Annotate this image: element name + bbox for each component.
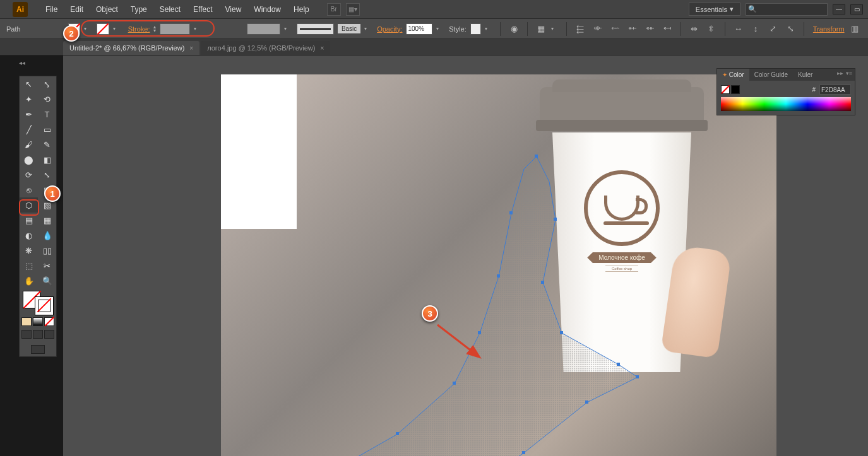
selected-path[interactable] (284, 131, 726, 456)
transform-label[interactable]: Transform (813, 25, 845, 33)
brush-definition[interactable] (297, 23, 334, 35)
panel-stroke-swatch[interactable] (731, 85, 740, 94)
align-vcenter-icon[interactable]: ⬵ (643, 22, 657, 36)
line-tool[interactable]: ╱ (20, 122, 38, 137)
panel-menu-icon[interactable]: ▾≡ (846, 70, 852, 79)
brush-dropdown[interactable]: ▾ (364, 26, 371, 32)
mesh-tool[interactable]: ▦ (38, 213, 56, 228)
artboard-tool[interactable]: ⬚ (20, 258, 38, 273)
hex-input[interactable] (819, 85, 851, 95)
transform-x-icon[interactable]: ↔ (732, 22, 746, 36)
draw-behind-btn[interactable] (33, 330, 43, 339)
panel-fill-swatch[interactable] (721, 85, 730, 94)
perspective-tool[interactable]: ▤ (20, 213, 38, 228)
magic-wand-tool[interactable]: ✦ (20, 91, 38, 107)
recolor-icon[interactable]: ◉ (507, 22, 521, 36)
direct-selection-tool[interactable]: ⤣ (38, 76, 56, 91)
minimize-button[interactable]: — (833, 4, 845, 15)
align-bottom-icon[interactable]: ⬶ (660, 22, 674, 36)
transform-y-icon[interactable]: ↕ (749, 22, 763, 36)
variable-width-profile[interactable] (247, 23, 280, 35)
shape-builder-tool[interactable]: ⬡ (20, 197, 38, 213)
rectangle-tool[interactable]: ▭ (38, 122, 56, 137)
menu-window[interactable]: Window (247, 5, 287, 14)
blob-brush-tool[interactable]: ⬤ (20, 152, 38, 167)
color-spectrum[interactable] (721, 97, 851, 111)
search-input[interactable] (746, 3, 828, 16)
stroke-weight-field[interactable] (160, 23, 189, 35)
document-tab-active[interactable]: Untitled-2* @ 66,67% (RGB/Preview) × (63, 41, 199, 55)
panel-expand-icon[interactable]: ▸▸ (837, 70, 843, 79)
fill-dropdown[interactable]: ▾ (84, 26, 90, 32)
selection-tool[interactable]: ↖ (20, 76, 38, 91)
vwp-dropdown[interactable]: ▾ (284, 26, 290, 32)
stroke-stepper[interactable]: ▴▾ (153, 25, 156, 33)
transform-h-icon[interactable]: ⤡ (783, 22, 797, 36)
stroke-label[interactable]: Stroke: (128, 25, 150, 33)
stroke-swatch[interactable] (97, 23, 109, 35)
type-tool[interactable]: T (38, 107, 56, 122)
graphic-style[interactable] (470, 23, 482, 35)
arrange-documents-button[interactable]: ▦▾ (346, 3, 360, 16)
align-left-icon[interactable]: ⬱ (573, 22, 587, 36)
eyedropper-tool[interactable]: 💧 (38, 228, 56, 243)
align-drop[interactable]: ▾ (551, 26, 557, 32)
menu-help[interactable]: Help (287, 5, 316, 14)
screen-mode-btn[interactable] (31, 345, 45, 354)
opacity-label[interactable]: Opacity: (377, 25, 402, 33)
stroke-color[interactable] (35, 297, 53, 315)
workspace-switcher[interactable]: Essentials▾ (689, 3, 740, 16)
align-top-icon[interactable]: ⬴ (626, 22, 639, 36)
menu-select[interactable]: Select (153, 5, 187, 14)
maximize-button[interactable]: ▭ (850, 4, 863, 15)
none-mode-btn[interactable] (44, 317, 54, 326)
opacity-input[interactable] (406, 23, 432, 35)
transform-w-icon[interactable]: ⤢ (766, 22, 780, 36)
color-tab[interactable]: ✦ Color (717, 69, 749, 81)
transform-panel-icon[interactable]: ▥ (848, 22, 862, 36)
eraser-tool[interactable]: ◧ (38, 152, 56, 167)
menu-object[interactable]: Object (90, 5, 124, 14)
panel-collapse-icon[interactable]: ◂◂ (19, 59, 25, 66)
column-graph-tool[interactable]: ▯▯ (38, 243, 56, 258)
artboard[interactable]: Молочное кофе Coffee shop (221, 74, 776, 456)
draw-inside-btn[interactable] (44, 330, 54, 339)
hand-tool[interactable]: ✋ (20, 273, 38, 288)
pen-tool[interactable]: ✒ (20, 107, 38, 122)
gradient-tool[interactable]: ◐ (20, 228, 38, 243)
color-guide-tab[interactable]: Color Guide (749, 69, 793, 81)
align-panel-icon[interactable]: ▦ (534, 22, 548, 36)
tab-close-icon[interactable]: × (320, 45, 324, 52)
opacity-dropdown[interactable]: ▾ (436, 26, 443, 32)
stroke-weight-dropdown[interactable]: ▾ (194, 26, 200, 32)
kuler-tab[interactable]: Kuler (793, 69, 817, 81)
menu-edit[interactable]: Edit (64, 5, 90, 14)
distribute-v-icon[interactable]: ⇳ (705, 22, 718, 36)
menu-file[interactable]: File (39, 5, 64, 14)
symbol-sprayer-tool[interactable]: ❋ (20, 243, 38, 258)
lasso-tool[interactable]: ⟲ (38, 91, 56, 107)
paintbrush-tool[interactable]: 🖌 (20, 137, 38, 152)
distribute-h-icon[interactable]: ⇹ (687, 22, 701, 36)
menu-view[interactable]: View (219, 5, 248, 14)
fill-stroke-indicator[interactable] (23, 291, 53, 315)
zoom-tool[interactable]: 🔍 (38, 273, 56, 288)
color-mode-btn[interactable] (21, 317, 32, 326)
menu-effect[interactable]: Effect (187, 5, 218, 14)
menu-type[interactable]: Type (124, 5, 153, 14)
pencil-tool[interactable]: ✎ (38, 137, 56, 152)
gradient-mode-btn[interactable] (33, 317, 43, 326)
slice-tool[interactable]: ✂ (38, 258, 56, 273)
bridge-button[interactable]: Br (327, 3, 341, 16)
scale-tool[interactable]: ⤡ (38, 167, 56, 182)
style-dropdown[interactable]: ▾ (485, 26, 491, 32)
tab-close-icon[interactable]: × (189, 45, 193, 52)
width-tool[interactable]: ⎋ (20, 182, 38, 197)
rotate-tool[interactable]: ⟳ (20, 167, 38, 182)
align-hcenter-icon[interactable]: ⬲ (591, 22, 605, 36)
draw-normal-btn[interactable] (21, 330, 32, 339)
align-right-icon[interactable]: ⬳ (608, 22, 622, 36)
stroke-dropdown[interactable]: ▾ (113, 26, 119, 32)
svg-rect-8 (522, 451, 525, 454)
document-tab-inactive[interactable]: лого4.jpg @ 12,5% (RGB/Preview) × (201, 41, 330, 55)
